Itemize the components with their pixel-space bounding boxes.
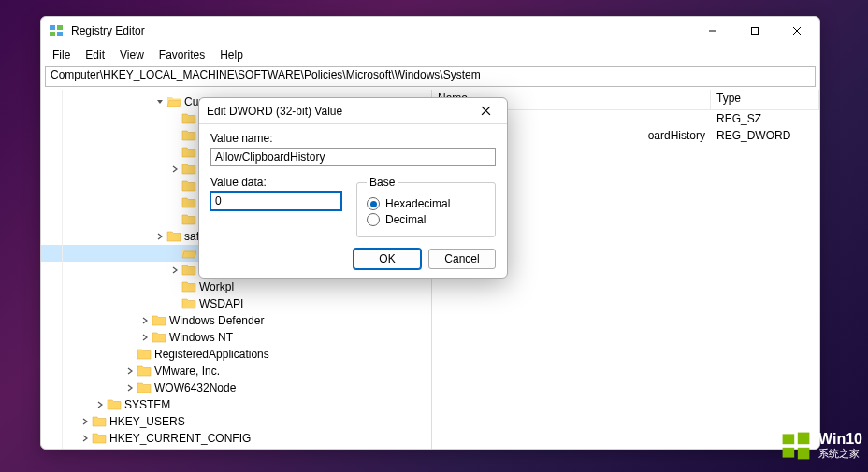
- svg-rect-3: [57, 32, 63, 36]
- chevron-right-icon[interactable]: [153, 230, 166, 243]
- menu-view[interactable]: View: [112, 47, 152, 64]
- chevron-none: [168, 280, 181, 293]
- chevron-none: [168, 129, 181, 142]
- list-cell-type: REG_DWORD: [711, 129, 796, 142]
- tree-item[interactable]: HKEY_CURRENT_CONFIG: [41, 430, 431, 447]
- svg-rect-5: [751, 28, 758, 35]
- chevron-right-icon[interactable]: [138, 314, 152, 327]
- folder-icon: [181, 247, 196, 260]
- chevron-right-icon[interactable]: [123, 381, 137, 394]
- list-cell-type: REG_SZ: [711, 112, 767, 125]
- folder-icon: [152, 331, 166, 344]
- address-bar[interactable]: Computer\HKEY_LOCAL_MACHINE\SOFTWARE\Pol…: [45, 66, 816, 87]
- tree-label: Windows NT: [169, 331, 233, 344]
- cancel-button[interactable]: Cancel: [428, 249, 496, 269]
- titlebar[interactable]: Registry Editor: [41, 17, 819, 45]
- window-controls: [691, 18, 817, 44]
- svg-rect-11: [798, 433, 810, 445]
- chevron-none: [168, 146, 181, 159]
- watermark-text: Win10 系统之家: [818, 432, 862, 461]
- dialog-title: Edit DWORD (32-bit) Value: [207, 105, 471, 118]
- folder-icon: [181, 129, 196, 142]
- radio-decimal[interactable]: Decimal: [367, 213, 485, 226]
- folder-icon: [137, 365, 152, 378]
- chevron-right-icon[interactable]: [79, 432, 92, 445]
- watermark-top: Win10: [818, 432, 862, 447]
- folder-icon: [181, 196, 196, 209]
- chevron-right-icon[interactable]: [168, 163, 181, 176]
- radio-hexadecimal[interactable]: Hexadecimal: [367, 197, 485, 210]
- chevron-none: [123, 348, 137, 361]
- chevron-none: [168, 213, 181, 226]
- folder-icon: [166, 230, 181, 243]
- chevron-none: [168, 247, 181, 260]
- tree-item[interactable]: SYSTEM: [41, 396, 431, 413]
- folder-icon: [181, 280, 196, 293]
- folder-icon: [92, 432, 107, 445]
- watermark: Win10 系统之家: [779, 429, 862, 463]
- tree-item[interactable]: RegisteredApplications: [41, 346, 431, 363]
- tree-label: RegisteredApplications: [154, 348, 269, 361]
- tree-label: HKEY_USERS: [109, 415, 185, 428]
- folder-icon: [137, 381, 152, 394]
- chevron-right-icon[interactable]: [138, 331, 152, 344]
- value-name-label: Value name:: [210, 132, 496, 145]
- tree-item[interactable]: VMware, Inc.: [41, 363, 431, 379]
- tree-item[interactable]: Workpl: [41, 279, 431, 295]
- dialog-close-button[interactable]: [471, 99, 499, 123]
- svg-rect-1: [57, 25, 63, 30]
- chevron-right-icon[interactable]: [168, 264, 181, 277]
- tree-item[interactable]: Windows Defender: [41, 312, 431, 329]
- svg-rect-13: [798, 448, 810, 460]
- folder-icon: [166, 95, 181, 108]
- value-name-input[interactable]: [210, 148, 496, 166]
- dialog-buttons: OK Cancel: [199, 245, 507, 280]
- close-button[interactable]: [775, 18, 817, 44]
- tree-item[interactable]: WOW6432Node: [41, 379, 431, 396]
- svg-rect-2: [50, 32, 55, 36]
- chevron-right-icon[interactable]: [123, 365, 137, 378]
- tree-label: HKEY_CURRENT_CONFIG: [109, 432, 251, 445]
- menu-edit[interactable]: Edit: [78, 47, 112, 64]
- base-legend: Base: [367, 176, 398, 189]
- col-type[interactable]: Type: [711, 90, 819, 109]
- dialog-titlebar[interactable]: Edit DWORD (32-bit) Value: [199, 98, 507, 124]
- folder-icon: [181, 146, 196, 159]
- base-fieldset: Base Hexadecimal Decimal: [356, 176, 496, 237]
- maximize-button[interactable]: [733, 18, 775, 44]
- hex-label: Hexadecimal: [385, 197, 450, 210]
- tree-item[interactable]: WSDAPI: [41, 295, 431, 312]
- chevron-right-icon[interactable]: [94, 398, 107, 411]
- chevron-none: [168, 112, 181, 125]
- menu-help[interactable]: Help: [212, 47, 251, 64]
- folder-icon: [107, 398, 122, 411]
- folder-icon: [181, 179, 196, 193]
- folder-icon: [181, 213, 196, 226]
- folder-icon: [181, 163, 196, 176]
- radio-dot-hex: [367, 197, 380, 210]
- tree-item[interactable]: HKEY_USERS: [41, 413, 431, 430]
- win10-logo-icon: [779, 429, 813, 463]
- ok-button[interactable]: OK: [354, 249, 421, 269]
- window-title: Registry Editor: [71, 24, 691, 37]
- menubar: File Edit View Favorites Help: [41, 45, 819, 65]
- tree-item[interactable]: Windows NT: [41, 329, 431, 346]
- value-data-label: Value data:: [210, 176, 341, 189]
- minimize-button[interactable]: [691, 18, 733, 44]
- menu-file[interactable]: File: [45, 47, 78, 64]
- watermark-bottom: 系统之家: [818, 447, 862, 461]
- tree-label: Windows Defender: [169, 314, 264, 327]
- menu-favorites[interactable]: Favorites: [152, 47, 212, 64]
- dialog-body: Value name: Value data: Base Hexadecimal…: [199, 124, 507, 245]
- radio-dot-dec: [367, 213, 380, 226]
- folder-icon: [152, 314, 166, 327]
- folder-icon: [92, 415, 107, 428]
- chevron-right-icon[interactable]: [79, 415, 92, 428]
- chevron-down-icon[interactable]: [153, 95, 166, 108]
- tree-label: VMware, Inc.: [154, 365, 220, 378]
- svg-rect-0: [50, 25, 55, 30]
- edit-dword-dialog: Edit DWORD (32-bit) Value Value name: Va…: [198, 97, 508, 279]
- dec-label: Decimal: [385, 213, 426, 226]
- value-data-input[interactable]: [210, 192, 341, 210]
- folder-icon: [181, 264, 196, 277]
